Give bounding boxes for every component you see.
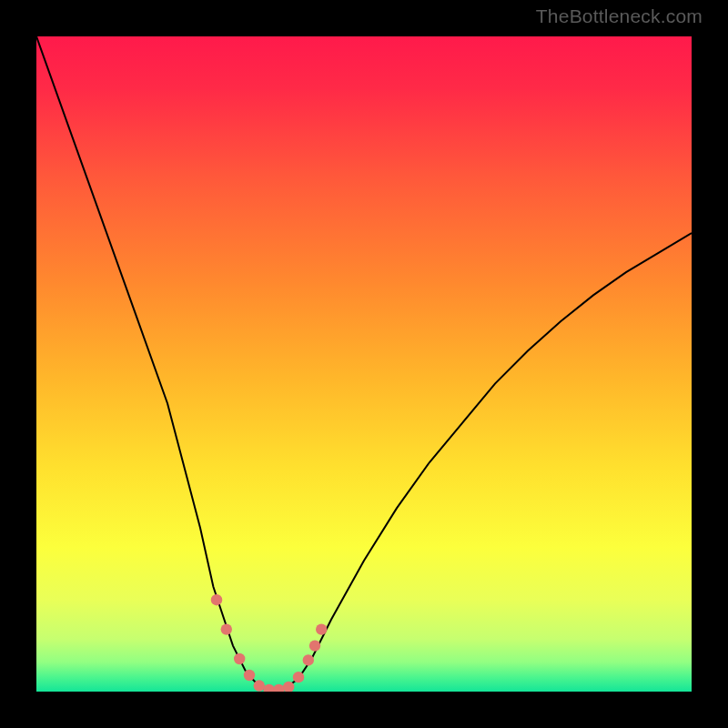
highlight-dot	[244, 670, 255, 681]
highlight-dot	[211, 594, 222, 605]
highlight-dot	[316, 623, 327, 634]
highlight-dots	[211, 594, 328, 692]
highlight-dot	[309, 640, 320, 651]
highlight-dot	[273, 684, 284, 692]
bottleneck-curve	[36, 36, 692, 691]
highlight-dot	[254, 680, 265, 691]
watermark-text: TheBottleneck.com	[536, 5, 703, 27]
highlight-dot	[221, 623, 232, 634]
plot-area	[36, 36, 692, 692]
curve-layer	[36, 36, 692, 692]
highlight-dot	[293, 672, 304, 682]
highlight-dot	[234, 653, 245, 664]
highlight-dot	[303, 654, 314, 665]
chart-frame: TheBottleneck.com	[0, 0, 728, 728]
highlight-dot	[263, 684, 274, 692]
